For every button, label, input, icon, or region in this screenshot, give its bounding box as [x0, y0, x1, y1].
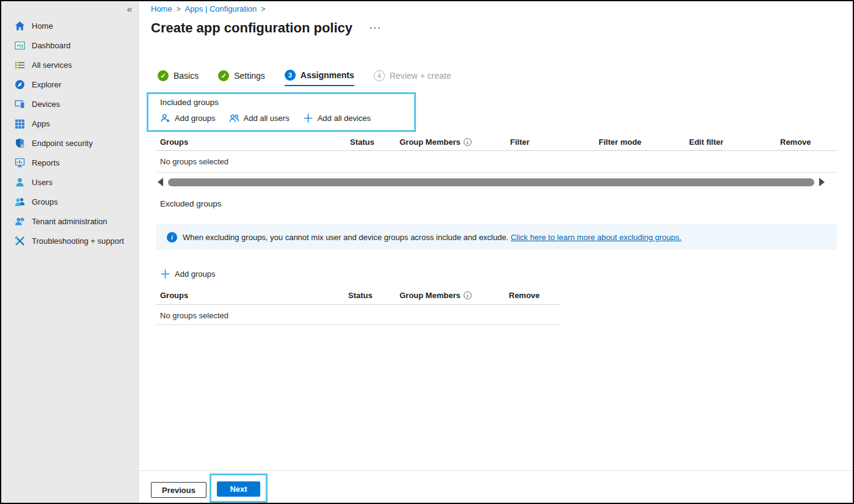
users-icon	[15, 177, 25, 188]
sidebar-item-all-services[interactable]: All services	[1, 55, 139, 75]
breadcrumb-link-home[interactable]: Home	[151, 4, 172, 13]
page-title: Create app configuration policy ···	[151, 20, 382, 36]
highlight-box-included-groups: Included groups Add groups Add all users	[147, 92, 416, 132]
column-header-groups: Groups	[160, 291, 348, 300]
excluding-groups-learn-more-link[interactable]: Click here to learn more about excluding…	[511, 233, 682, 242]
scroll-left-icon[interactable]	[158, 178, 163, 186]
all-services-icon	[15, 60, 25, 70]
sidebar-item-label: Troubleshooting + support	[32, 236, 124, 246]
info-icon: i	[167, 232, 177, 243]
add-all-devices-label: Add all devices	[318, 114, 371, 123]
tab-review-create: 4 Review + create	[374, 70, 451, 86]
add-all-devices-button[interactable]: Add all devices	[303, 113, 371, 123]
context-menu-icon[interactable]: ···	[370, 25, 382, 31]
divider	[156, 150, 837, 151]
divider	[156, 172, 837, 173]
tab-assignments[interactable]: 3 Assignments	[285, 70, 354, 86]
column-header-remove: Remove	[509, 291, 563, 300]
home-icon	[15, 21, 25, 31]
sidebar-item-label: Explorer	[32, 80, 61, 89]
apps-icon	[15, 119, 25, 129]
info-banner-text: When excluding groups, you cannot mix us…	[183, 233, 682, 242]
sidebar-item-devices[interactable]: Devices	[1, 94, 139, 114]
column-header-filter-mode: Filter mode	[599, 137, 689, 147]
column-header-edit-filter: Edit filter	[689, 137, 780, 147]
included-groups-actions: Add groups Add all users Add all devices	[160, 113, 371, 123]
sidebar-item-dashboard[interactable]: Dashboard	[1, 35, 139, 55]
previous-button[interactable]: Previous	[151, 482, 206, 498]
scrollbar-track[interactable]	[168, 178, 814, 186]
collapse-icon: «	[127, 4, 132, 14]
check-icon: ✓	[158, 70, 169, 81]
sidebar-item-label: Apps	[32, 119, 50, 128]
sidebar-item-tenant-administration[interactable]: Tenant administration	[1, 211, 139, 231]
sidebar-item-label: All services	[32, 60, 72, 70]
add-groups-label: Add groups	[175, 269, 216, 279]
tab-settings[interactable]: ✓ Settings	[218, 70, 265, 86]
page-title-text: Create app configuration policy	[151, 20, 352, 36]
add-groups-button-excluded[interactable]: Add groups	[160, 269, 216, 279]
info-icon[interactable]: i	[464, 291, 472, 299]
column-header-filter: Filter	[510, 137, 599, 147]
scroll-right-icon[interactable]	[819, 178, 825, 186]
next-button[interactable]: Next	[217, 481, 260, 497]
sidebar: « Home Dashboard All services	[1, 1, 139, 503]
plus-icon	[303, 113, 313, 123]
sidebar-item-endpoint-security[interactable]: Endpoint security	[1, 133, 139, 153]
info-banner: i When excluding groups, you cannot mix …	[156, 224, 837, 250]
check-icon: ✓	[218, 70, 229, 81]
sidebar-item-label: Endpoint security	[32, 139, 93, 148]
sidebar-item-apps[interactable]: Apps	[1, 114, 139, 133]
tab-label: Settings	[234, 71, 265, 81]
chevron-right-icon: >	[177, 5, 181, 13]
main-content: Home > Apps | Configuration > Create app…	[139, 1, 853, 503]
included-groups-empty-state: No groups selected	[160, 157, 228, 166]
reports-icon	[15, 158, 25, 168]
scrollbar-thumb[interactable]	[168, 178, 814, 186]
included-groups-heading: Included groups	[160, 98, 219, 107]
sidebar-item-label: Reports	[32, 158, 60, 167]
excluded-groups-empty-state: No groups selected	[160, 311, 228, 320]
sidebar-item-users[interactable]: Users	[1, 172, 139, 192]
breadcrumb-link-apps-configuration[interactable]: Apps | Configuration	[185, 4, 257, 13]
endpoint-security-icon	[15, 138, 25, 148]
sidebar-item-label: Tenant administration	[32, 217, 108, 226]
intune-portal-window: « Home Dashboard All services	[0, 0, 854, 504]
tab-label: Review + create	[390, 71, 451, 81]
step-number-icon: 4	[374, 70, 385, 81]
add-groups-label: Add groups	[175, 114, 216, 123]
column-header-remove: Remove	[780, 137, 837, 147]
sidebar-item-label: Home	[32, 21, 53, 31]
divider	[156, 324, 561, 325]
column-header-group-members: Group Membersi	[400, 137, 510, 147]
add-groups-button[interactable]: Add groups	[160, 113, 216, 123]
dashboard-icon	[15, 40, 25, 51]
explorer-icon	[15, 79, 25, 90]
devices-icon	[15, 99, 25, 109]
sidebar-item-troubleshooting[interactable]: Troubleshooting + support	[1, 231, 139, 250]
sidebar-item-label: Dashboard	[32, 41, 71, 50]
groups-icon	[15, 197, 25, 207]
column-header-status: Status	[348, 291, 400, 300]
column-header-group-members: Group Membersi	[400, 291, 509, 300]
tenant-administration-icon	[15, 216, 25, 227]
sidebar-item-label: Users	[32, 178, 53, 187]
horizontal-scrollbar	[158, 177, 825, 188]
troubleshooting-icon	[15, 236, 25, 246]
sidebar-item-reports[interactable]: Reports	[1, 153, 139, 172]
add-all-users-button[interactable]: Add all users	[229, 113, 290, 123]
footer-divider	[139, 470, 853, 471]
highlight-box-next: Next	[210, 473, 268, 503]
sidebar-item-label: Devices	[32, 100, 60, 109]
step-number-icon: 3	[285, 70, 296, 81]
sidebar-item-groups[interactable]: Groups	[1, 192, 139, 211]
column-header-groups: Groups	[160, 137, 350, 147]
sidebar-collapse-button[interactable]: «	[125, 2, 134, 15]
sidebar-nav: Home Dashboard All services Explorer	[1, 16, 139, 250]
excluded-groups-heading: Excluded groups	[160, 199, 222, 208]
info-icon[interactable]: i	[464, 138, 472, 146]
people-icon	[229, 113, 239, 123]
tab-basics[interactable]: ✓ Basics	[158, 70, 199, 86]
sidebar-item-home[interactable]: Home	[1, 16, 139, 35]
sidebar-item-explorer[interactable]: Explorer	[1, 75, 139, 94]
